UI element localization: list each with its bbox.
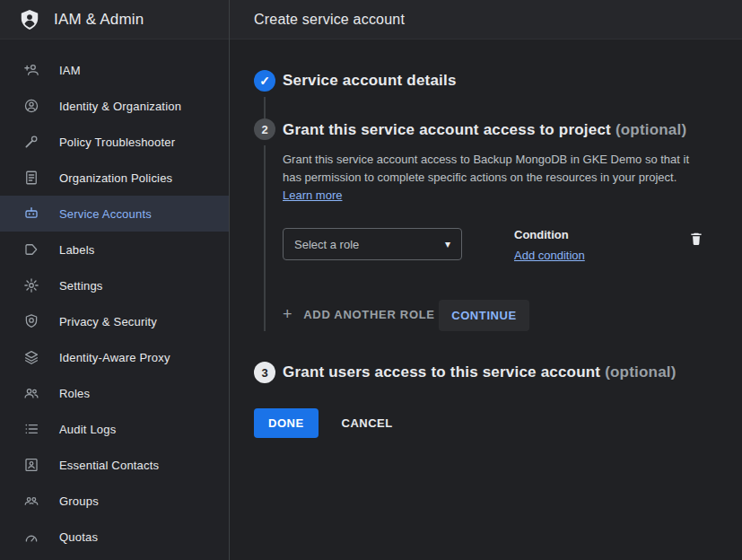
shield-globe-icon bbox=[23, 313, 39, 329]
add-another-role-button[interactable]: + ADD ANOTHER ROLE bbox=[283, 306, 435, 322]
role-select-value: Select a role bbox=[294, 238, 359, 251]
sidebar-item-roles[interactable]: Roles bbox=[0, 375, 229, 411]
sidebar-item-label: Roles bbox=[59, 387, 90, 400]
sidebar-item-labels[interactable]: Labels bbox=[0, 232, 229, 267]
sidebar-item-policy-troubleshooter[interactable]: Policy Troubleshooter bbox=[0, 124, 229, 160]
stepper-connector bbox=[264, 97, 266, 118]
form-actions: DONE CANCEL bbox=[254, 408, 710, 438]
person-add-icon bbox=[23, 62, 39, 78]
sidebar-item-label: Service Accounts bbox=[59, 207, 152, 221]
sidebar-item-label: Identity & Organization bbox=[59, 100, 181, 113]
sidebar-item-label: Identity-Aware Proxy bbox=[59, 351, 170, 364]
sidebar-item-identity-aware-proxy[interactable]: Identity-Aware Proxy bbox=[0, 339, 229, 375]
chevron-down-icon: ▾ bbox=[445, 238, 450, 250]
step-2-number-badge: 2 bbox=[254, 118, 275, 140]
people-icon bbox=[23, 385, 39, 401]
step-3-optional-label: (optional) bbox=[605, 363, 676, 381]
page-title: Create service account bbox=[254, 12, 405, 28]
wrench-icon bbox=[23, 134, 39, 150]
contact-card-icon bbox=[23, 457, 39, 473]
gear-icon bbox=[23, 277, 39, 293]
sidebar-item-groups[interactable]: Groups bbox=[0, 483, 229, 519]
sidebar-item-identity-organization[interactable]: Identity & Organization bbox=[0, 88, 229, 124]
product-title: IAM & Admin bbox=[54, 11, 144, 29]
layers-icon bbox=[23, 349, 39, 365]
condition-label: Condition bbox=[514, 228, 585, 241]
trash-icon bbox=[688, 230, 704, 248]
sidebar-item-label: Quotas bbox=[59, 530, 98, 544]
sidebar-item-privacy-security[interactable]: Privacy & Security bbox=[0, 303, 229, 339]
step-1-title: Service account details bbox=[283, 70, 710, 92]
sidebar-item-label: Essential Contacts bbox=[59, 459, 159, 472]
role-row: Select a role ▾ Condition Add condition bbox=[283, 228, 704, 262]
sidebar-item-label: Policy Troubleshooter bbox=[59, 136, 175, 149]
add-condition-link[interactable]: Add condition bbox=[514, 249, 585, 262]
step-2-rail: 2 bbox=[254, 118, 275, 331]
sidebar-item-service-accounts[interactable]: Service Accounts bbox=[0, 196, 229, 232]
step-2-title: Grant this service account access to pro… bbox=[283, 118, 695, 142]
step-2-description: Grant this service account access to Bac… bbox=[283, 151, 710, 205]
sidebar-item-label: IAM bbox=[59, 64, 81, 77]
step-3-rail: 3 bbox=[254, 362, 275, 383]
step-1-complete-check-icon: ✓ bbox=[254, 70, 275, 92]
cancel-button[interactable]: CANCEL bbox=[342, 416, 393, 430]
done-button[interactable]: DONE bbox=[254, 408, 319, 438]
step-3-number-badge: 3 bbox=[254, 362, 275, 383]
learn-more-link[interactable]: Learn more bbox=[283, 188, 342, 202]
create-service-account-form: ✓ Service account details 2 Grant this s… bbox=[230, 39, 742, 560]
delete-role-button[interactable] bbox=[688, 230, 704, 248]
step-3-grant-users-access: 3 Grant users access to this service acc… bbox=[254, 362, 710, 383]
step-2-title-text: Grant this service account access to pro… bbox=[283, 121, 611, 138]
sidebar-item-label: Organization Policies bbox=[59, 171, 172, 185]
step-2-optional-label: (optional) bbox=[615, 121, 686, 138]
sidebar-item-label: Labels bbox=[59, 243, 95, 257]
label-icon bbox=[23, 241, 39, 258]
sidebar-item-audit-logs[interactable]: Audit Logs bbox=[0, 411, 229, 447]
stepper-connector bbox=[264, 145, 266, 331]
step-2-grant-access: 2 Grant this service account access to p… bbox=[254, 118, 710, 331]
plus-icon: + bbox=[283, 306, 292, 322]
role-select-dropdown[interactable]: Select a role ▾ bbox=[283, 228, 462, 260]
account-circle-icon bbox=[23, 98, 39, 114]
sidebar-item-label: Groups bbox=[59, 494, 99, 508]
robot-icon bbox=[23, 206, 39, 222]
gauge-icon bbox=[23, 529, 39, 545]
continue-button[interactable]: CONTINUE bbox=[439, 300, 529, 331]
step-3-title: Grant users access to this service accou… bbox=[283, 362, 677, 383]
sidebar-item-organization-policies[interactable]: Organization Policies bbox=[0, 160, 229, 196]
condition-column: Condition Add condition bbox=[514, 228, 585, 262]
sidebar-item-label: Privacy & Security bbox=[59, 315, 157, 328]
sidebar-item-essential-contacts[interactable]: Essential Contacts bbox=[0, 447, 229, 483]
sidebar-item-quotas[interactable]: Quotas bbox=[0, 519, 229, 555]
sidebar: IAM & Admin IAM Identity & Organization … bbox=[0, 0, 230, 560]
step-3-title-text: Grant users access to this service accou… bbox=[283, 363, 600, 381]
main-panel: Create service account ✓ Service account… bbox=[230, 0, 742, 560]
sidebar-item-label: Audit Logs bbox=[59, 423, 116, 436]
document-icon bbox=[23, 170, 39, 186]
iam-admin-shield-logo-icon bbox=[18, 8, 41, 31]
add-another-role-label: ADD ANOTHER ROLE bbox=[303, 308, 435, 321]
sidebar-nav: IAM Identity & Organization Policy Troub… bbox=[0, 39, 229, 555]
step-1-service-account-details: ✓ Service account details bbox=[254, 70, 710, 118]
step-2-description-text: Grant this service account access to Bac… bbox=[283, 153, 689, 184]
step-1-rail: ✓ bbox=[254, 70, 275, 118]
page-header: Create service account bbox=[230, 0, 742, 39]
sidebar-item-iam[interactable]: IAM bbox=[0, 52, 229, 88]
group-icon bbox=[23, 493, 39, 509]
sidebar-header: IAM & Admin bbox=[0, 0, 229, 39]
list-icon bbox=[23, 421, 39, 437]
sidebar-item-label: Settings bbox=[59, 279, 103, 293]
sidebar-item-settings[interactable]: Settings bbox=[0, 267, 229, 303]
